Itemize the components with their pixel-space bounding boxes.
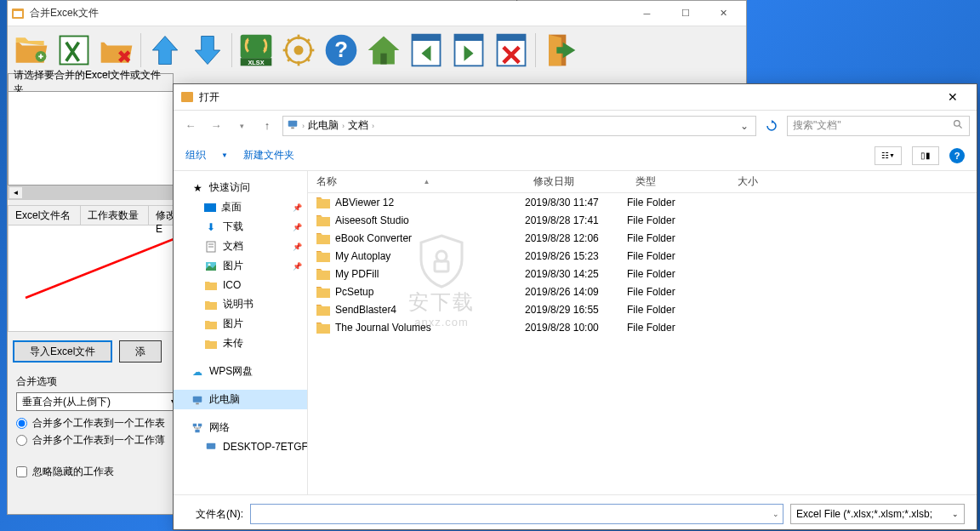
tree-this-pc[interactable]: 此电脑 — [174, 390, 307, 409]
file-type-filter[interactable]: Excel File (*.xlsx;*.xlsm;*.xlsb; ⌄ — [790, 504, 965, 524]
nav-forward-button[interactable]: → — [206, 116, 226, 136]
main-toolbar: XLSX ? — [8, 26, 746, 73]
excel-icon[interactable] — [54, 30, 94, 71]
col-size[interactable]: 大小 — [729, 171, 797, 192]
maximize-button[interactable]: ☐ — [666, 1, 704, 26]
folder-icon — [316, 250, 330, 262]
tree-downloads[interactable]: ⬇下载📌 — [174, 217, 307, 237]
dialog-toolbar: 组织▼ 新建文件夹 ☷ ▼ ▯▮ ? — [174, 140, 977, 171]
file-row[interactable]: The Journal Volumes2019/8/28 10:00File F… — [308, 318, 977, 336]
svg-rect-21 — [413, 34, 441, 40]
tree-pictures[interactable]: 图片📌 — [174, 256, 307, 276]
dialog-close-button[interactable]: ✕ — [936, 90, 970, 104]
exit-door-icon[interactable] — [539, 30, 580, 71]
breadcrumb-docs[interactable]: 文档 — [348, 118, 368, 133]
tree-pictures2[interactable]: 图片 — [174, 314, 307, 334]
file-panel: 名称▲ 修改日期 类型 大小 ABViewer 122019/8/30 11:4… — [308, 171, 977, 494]
tree-network[interactable]: 网络 — [174, 418, 307, 437]
help-icon[interactable]: ? — [949, 148, 965, 163]
breadcrumb-sep-icon: › — [342, 122, 345, 130]
minimize-button[interactable]: ─ — [628, 1, 666, 26]
search-input[interactable]: 搜索"文档" — [787, 116, 970, 136]
remove-folder-icon[interactable] — [96, 30, 137, 71]
file-row[interactable]: eBook Converter2019/8/28 12:06File Folde… — [308, 229, 977, 247]
file-row[interactable]: My Autoplay2019/8/26 15:23File Folder — [308, 247, 977, 265]
breadcrumb-dropdown[interactable]: ⌄ — [737, 120, 752, 132]
tree-documents[interactable]: 文档📌 — [174, 237, 307, 256]
svg-rect-25 — [498, 34, 526, 40]
pc-icon — [191, 393, 204, 407]
main-titlebar: 合并Excek文件 ─ ☐ ✕ — [8, 1, 746, 26]
folder-icon — [316, 232, 330, 244]
help-icon[interactable]: ? — [321, 30, 362, 71]
file-row[interactable]: SendBlaster42019/8/29 16:55File Folder — [308, 300, 977, 318]
folder-tree: ★快速访问 桌面📌 ⬇下载📌 文档📌 图片📌 ICO 说明书 图片 未传 ☁WP… — [174, 171, 308, 494]
new-folder-button[interactable]: 新建文件夹 — [243, 148, 294, 163]
svg-rect-38 — [193, 396, 202, 402]
svg-rect-39 — [196, 403, 199, 404]
pin-icon: 📌 — [293, 223, 302, 231]
tree-desktop-pc[interactable]: DESKTOP-7ETGFC — [174, 437, 307, 456]
filename-input[interactable]: ⌄ — [250, 504, 783, 524]
col-sheet-count[interactable]: 工作表数量 — [81, 206, 149, 225]
folder-icon — [204, 317, 218, 331]
pin-icon: 📌 — [293, 262, 302, 271]
settings-gear-icon[interactable] — [278, 30, 319, 71]
svg-text:?: ? — [334, 37, 348, 61]
folder-icon — [316, 197, 330, 208]
organize-menu[interactable]: 组织 — [185, 148, 206, 163]
open-folder-icon[interactable] — [11, 30, 52, 71]
col-name[interactable]: 名称▲ — [308, 171, 525, 192]
tree-ico[interactable]: ICO — [174, 276, 307, 294]
pc-icon — [204, 440, 218, 454]
file-row[interactable]: Aiseesoft Studio2019/8/28 17:41File Fold… — [308, 211, 977, 229]
chevron-down-icon: ⌄ — [952, 510, 959, 518]
close-button[interactable]: ✕ — [704, 1, 743, 26]
scroll-left-arrow[interactable]: ◄ — [9, 186, 23, 199]
search-icon — [953, 119, 964, 133]
folder-icon — [316, 268, 330, 280]
open-file-dialog: 打开 ✕ ← → ▾ ↑ › 此电脑 › 文档 › ⌄ 搜索"文档" 组织▼ 新… — [173, 83, 977, 530]
tree-quick-access[interactable]: ★快速访问 — [174, 178, 307, 197]
nav-up-button[interactable]: ↑ — [257, 116, 277, 136]
col-excel-name[interactable]: Excel文件名 — [9, 206, 81, 225]
xlsx-convert-icon[interactable]: XLSX — [236, 30, 276, 71]
add-button[interactable]: 添 — [119, 340, 162, 363]
page-next-icon[interactable] — [448, 30, 489, 71]
tree-wps[interactable]: ☁WPS网盘 — [174, 362, 307, 381]
svg-point-8 — [294, 45, 304, 54]
svg-rect-42 — [195, 429, 199, 432]
file-row[interactable]: ABViewer 122019/8/30 11:47File Folder — [308, 193, 977, 211]
preview-pane-button[interactable]: ▯▮ — [912, 146, 939, 165]
tree-unsent[interactable]: 未传 — [174, 334, 307, 353]
page-delete-icon[interactable] — [491, 30, 532, 71]
folder-icon — [316, 322, 330, 334]
home-icon[interactable] — [363, 30, 404, 71]
svg-rect-23 — [455, 34, 483, 40]
nav-back-button[interactable]: ← — [180, 116, 201, 136]
merge-mode-select[interactable]: 垂直合并(从上倒下) ▾ — [16, 392, 182, 411]
prompt-header: 请选择要合并的Excel文件或文件夹 — [8, 73, 174, 92]
import-excel-button[interactable]: 导入Excel文件 — [13, 340, 112, 363]
page-prev-icon[interactable] — [406, 30, 447, 71]
folder-icon — [316, 214, 330, 226]
refresh-button[interactable] — [761, 116, 782, 136]
arrow-down-icon[interactable] — [187, 30, 228, 71]
svg-text:XLSX: XLSX — [248, 58, 264, 66]
col-date[interactable]: 修改日期 — [525, 171, 627, 192]
view-mode-button[interactable]: ☷ ▼ — [875, 146, 902, 165]
svg-rect-43 — [207, 443, 216, 449]
merge-mode-value: 垂直合并(从上倒下) — [22, 395, 111, 409]
arrow-up-icon[interactable] — [145, 30, 185, 71]
col-type[interactable]: 类型 — [627, 171, 729, 192]
breadcrumb-pc[interactable]: 此电脑 — [308, 118, 339, 133]
svg-rect-19 — [380, 53, 386, 64]
tree-desktop[interactable]: 桌面📌 — [174, 197, 307, 217]
nav-history-button[interactable]: ▾ — [231, 116, 252, 136]
file-row[interactable]: PcSetup2019/8/26 14:09File Folder — [308, 283, 977, 300]
breadcrumb[interactable]: › 此电脑 › 文档 › ⌄ — [282, 116, 756, 136]
dialog-footer: 文件名(N): ⌄ Excel File (*.xlsx;*.xlsm;*.xl… — [174, 494, 977, 531]
breadcrumb-sep-icon: › — [302, 122, 305, 130]
tree-manual[interactable]: 说明书 — [174, 294, 307, 314]
file-row[interactable]: My PDFill2019/8/30 14:25File Folder — [308, 265, 977, 283]
